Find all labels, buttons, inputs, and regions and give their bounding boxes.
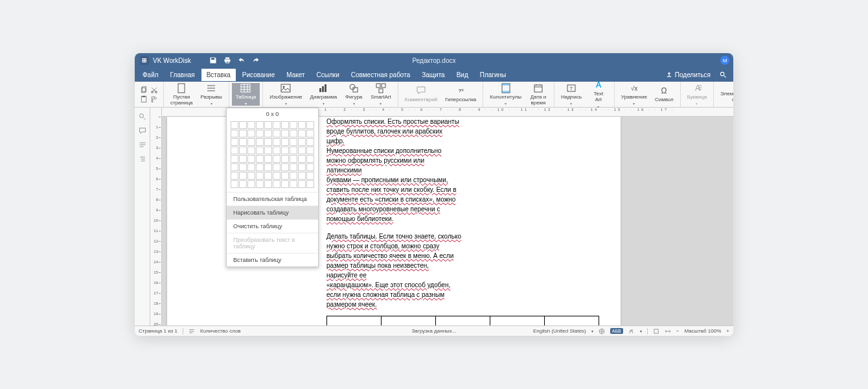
svg-point-14	[350, 84, 355, 89]
search-icon[interactable]	[720, 71, 727, 78]
table-size-grid[interactable]	[227, 120, 318, 192]
menu-bar: Файл Главная Вставка Рисование Макет Ссы…	[135, 67, 733, 82]
menu-draw[interactable]: Рисование	[237, 69, 280, 81]
table-button[interactable]: Таблица▾	[232, 83, 260, 106]
textbox-button[interactable]: TНадпись▾	[557, 83, 586, 106]
redo-icon[interactable]	[252, 56, 260, 64]
textart-button[interactable]: ATextArt▾	[586, 80, 611, 109]
outline-icon[interactable]	[139, 156, 146, 163]
undo-icon[interactable]	[238, 56, 246, 64]
headerfooter-button[interactable]: Колонтитулы▾	[486, 83, 525, 106]
hyperlink-button[interactable]: Гиперссылка	[441, 86, 480, 103]
erase-table-item[interactable]: Очистить таблицу	[227, 219, 318, 233]
menu-file[interactable]: Файл	[137, 69, 164, 81]
zoom-in[interactable]: +	[726, 328, 729, 334]
svg-rect-11	[319, 88, 321, 92]
svg-text:A: A	[695, 84, 700, 93]
print-icon[interactable]	[223, 56, 231, 64]
user-avatar[interactable]: М	[720, 56, 729, 65]
comment-button[interactable]: Комментарий	[401, 86, 441, 103]
svg-rect-21	[502, 91, 510, 93]
image-button[interactable]: Изображение▾	[266, 83, 306, 106]
shape-button[interactable]: Фигура▾	[341, 83, 367, 106]
menu-layout[interactable]: Макет	[281, 69, 310, 81]
breaks-button[interactable]: Разрывы▾	[196, 83, 225, 106]
menu-links[interactable]: Ссылки	[312, 69, 345, 81]
brand-label: VK WorkDisk	[153, 57, 191, 64]
find-icon[interactable]	[139, 113, 146, 121]
custom-table-item[interactable]: Пользовательская таблица	[227, 192, 318, 206]
grid-size-label: 0 x 0	[227, 108, 318, 120]
svg-rect-7	[178, 84, 185, 93]
format-painter-icon[interactable]	[150, 95, 158, 103]
svg-text:A: A	[595, 80, 601, 89]
controls-button[interactable]: Элементы управлениясодержимым▾	[716, 80, 733, 109]
text: «карандашом». Еще этот способ удобен, ес…	[326, 281, 450, 298]
fit-width-icon[interactable]	[665, 328, 671, 335]
headings-icon[interactable]	[139, 141, 146, 149]
svg-rect-6	[143, 95, 146, 97]
datetime-button[interactable]: Дата ивремя	[525, 83, 551, 106]
svg-rect-9	[281, 84, 290, 92]
equation-button[interactable]: √xУравнение▾	[617, 83, 651, 106]
app-window: ⊞ VK WorkDisk Редактор.docx М Файл Главн…	[135, 53, 733, 336]
copy-icon[interactable]	[140, 86, 148, 94]
share-label: Поделиться	[675, 71, 711, 78]
chart-button[interactable]: Диаграмма▾	[306, 83, 341, 106]
simple-table[interactable]	[326, 316, 599, 325]
svg-text:√x: √x	[631, 85, 638, 92]
insert-table-item[interactable]: Вставить таблицу	[227, 253, 318, 266]
spellcheck-badge[interactable]: АБВ	[610, 328, 623, 334]
svg-rect-12	[322, 86, 324, 92]
text: размером ячеек.	[326, 301, 377, 308]
svg-point-33	[139, 114, 143, 118]
left-sidebar	[135, 108, 150, 325]
svg-rect-16	[376, 84, 380, 88]
table-dropdown: 0 x 0 Пользовательская таблица Нарисоват…	[226, 108, 319, 267]
convert-text-item: Преобразовать текст в таблицу	[227, 233, 318, 253]
share-button[interactable]: Поделиться	[662, 69, 714, 81]
brand: ⊞ VK WorkDisk	[135, 56, 191, 65]
globe-icon[interactable]	[599, 328, 605, 335]
menu-insert[interactable]: Вставка	[201, 69, 236, 81]
dropcap-button[interactable]: AБуквица▾	[683, 83, 711, 106]
svg-rect-20	[502, 84, 510, 86]
text: Нумерованные списки дополнительно можно …	[326, 147, 442, 174]
svg-point-0	[720, 72, 724, 76]
save-icon[interactable]	[209, 56, 217, 64]
draw-table-item[interactable]: Нарисовать таблицу	[227, 206, 318, 219]
menu-view[interactable]: Вид	[451, 69, 474, 81]
svg-rect-18	[379, 89, 383, 93]
trackchanges-icon[interactable]	[628, 328, 635, 335]
fit-page-icon[interactable]	[653, 328, 659, 335]
svg-text:Ω: Ω	[661, 86, 667, 95]
title-bar: ⊞ VK WorkDisk Редактор.docx М	[135, 53, 733, 67]
svg-rect-15	[353, 88, 358, 92]
cut-icon[interactable]	[150, 86, 158, 94]
menu-review[interactable]: Совместная работа	[346, 69, 416, 81]
share-icon	[666, 71, 672, 78]
text: буквами — прописными или строчными, став…	[326, 176, 457, 193]
text: помощью библиотеки.	[326, 215, 393, 222]
svg-point-10	[283, 86, 285, 88]
menu-home[interactable]: Главная	[165, 69, 200, 81]
paste-icon[interactable]	[140, 95, 148, 103]
zoom-out[interactable]: −	[676, 328, 680, 334]
wordcount-icon	[188, 328, 195, 335]
ribbon: Пустаястраница Разрывы▾ Таблица▾ Изображ…	[135, 82, 733, 108]
menu-plugins[interactable]: Плагины	[475, 69, 512, 81]
document-title: Редактор.docx	[413, 57, 456, 64]
comments-panel-icon[interactable]	[139, 127, 146, 135]
page-count[interactable]: Страница 1 из 1	[139, 328, 177, 334]
blank-page-button[interactable]: Пустаястраница	[166, 83, 196, 106]
language-selector[interactable]: English (United States)	[533, 328, 586, 334]
status-bar: Страница 1 из 1 Количество слов Загрузка…	[135, 325, 733, 336]
text: Оформлять списки. Есть простые варианты …	[326, 118, 459, 145]
smartart-button[interactable]: SmartArt▾	[367, 83, 395, 106]
symbol-button[interactable]: ΩСимвол	[651, 86, 678, 103]
menu-protect[interactable]: Защита	[417, 69, 450, 81]
app-logo-icon: ⊞	[140, 56, 149, 65]
word-count[interactable]: Количество слов	[200, 328, 241, 334]
svg-rect-35	[654, 329, 658, 333]
zoom-level[interactable]: Масштаб 100%	[684, 328, 721, 334]
